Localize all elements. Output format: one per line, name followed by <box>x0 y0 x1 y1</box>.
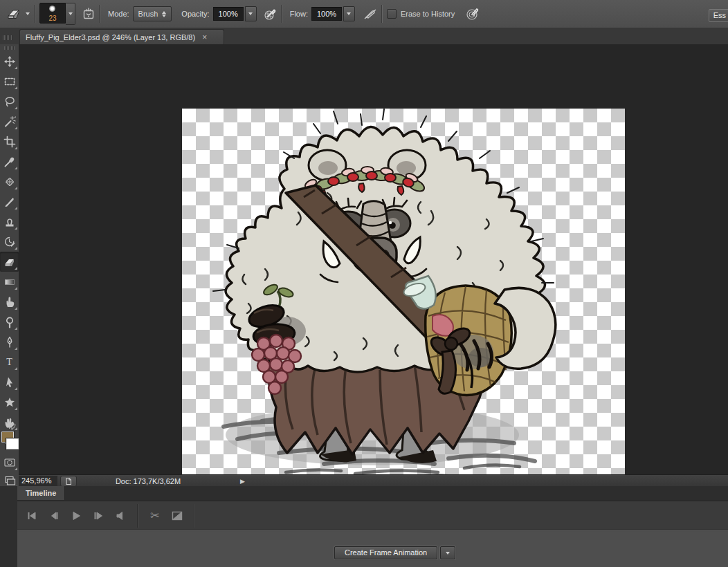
tool-type[interactable]: T <box>0 352 19 372</box>
background-color-swatch[interactable] <box>6 438 19 449</box>
timeline-tab-row: Timeline <box>17 486 728 501</box>
transition-button[interactable] <box>168 508 186 523</box>
tool-rectangular-marquee[interactable] <box>0 71 19 91</box>
mode-value: Brush <box>138 10 158 18</box>
panel-grip <box>3 35 12 40</box>
tool-magic-wand[interactable] <box>0 111 19 131</box>
document-status-icon <box>64 477 73 485</box>
timeline-controls: ✂ <box>17 501 728 530</box>
separator <box>381 5 383 23</box>
tool-preset-caret[interactable] <box>26 12 30 15</box>
flow-label: Flow: <box>290 10 308 18</box>
tool-healing-brush[interactable] <box>0 171 19 192</box>
tool-history-brush[interactable] <box>0 232 19 252</box>
eraser-tool-icon[interactable] <box>6 7 22 21</box>
toggle-brush-panel-icon[interactable] <box>82 8 95 20</box>
separator <box>281 5 282 23</box>
opacity-value-field[interactable]: 100% <box>213 7 244 21</box>
separator <box>99 5 100 23</box>
separator <box>34 5 35 23</box>
tool-custom-shape[interactable] <box>0 392 19 412</box>
document-canvas[interactable] <box>182 109 625 498</box>
zoom-level-field[interactable]: 245,96% <box>19 476 57 486</box>
tool-move[interactable] <box>0 51 19 71</box>
erase-to-history-label: Erase to History <box>401 10 455 18</box>
timeline-panel: Timeline ✂ Create Frame Animation <box>17 486 728 567</box>
tool-brush[interactable] <box>0 192 19 212</box>
opacity-dropdown[interactable] <box>245 6 257 21</box>
tool-eyedropper[interactable] <box>0 151 19 171</box>
separator <box>194 504 195 528</box>
first-frame-button[interactable] <box>23 508 41 523</box>
pig-elder-artwork <box>182 109 625 498</box>
brush-preset-thumbnail[interactable]: 23 <box>39 3 66 24</box>
play-button[interactable] <box>67 508 85 523</box>
scissors-icon: ✂ <box>150 509 159 522</box>
status-menu-arrow[interactable]: ▶ <box>240 478 245 485</box>
create-frame-animation-dropdown[interactable] <box>440 546 455 559</box>
photoshop-window: 23 Mode: Brush Opacity: 100% <box>0 0 728 567</box>
brush-preset-dropdown[interactable] <box>66 3 75 25</box>
workspace-switcher-button[interactable]: Ess <box>709 9 728 22</box>
create-frame-animation-button[interactable]: Create Frame Animation <box>334 546 437 559</box>
document-size-info: Doc: 173,7K/3,62M <box>96 477 200 485</box>
type-tool-glyph: T <box>6 357 12 368</box>
tablet-pressure-opacity-icon[interactable] <box>264 8 277 21</box>
next-frame-button[interactable] <box>89 508 107 523</box>
tool-dodge[interactable] <box>0 312 19 332</box>
updown-arrows-icon <box>162 11 166 17</box>
timeline-tab[interactable]: Timeline <box>17 486 65 500</box>
tool-gradient[interactable] <box>0 272 19 292</box>
document-tab-bar: Fluffy_Pig_Elder3.psd @ 246% (Layer 13, … <box>0 28 728 45</box>
create-animation-group: Create Frame Animation <box>334 546 455 559</box>
brush-preset-picker[interactable]: 23 <box>39 3 75 25</box>
canvas-background <box>19 44 728 474</box>
tool-crop[interactable] <box>0 131 19 151</box>
tool-eraser[interactable] <box>0 252 19 272</box>
status-options-button[interactable] <box>60 476 77 487</box>
tools-panel: T <box>0 44 19 486</box>
color-swatches <box>0 423 19 455</box>
close-tab-icon[interactable]: × <box>202 34 207 41</box>
opacity-label: Opacity: <box>181 10 209 18</box>
split-clip-button[interactable]: ✂ <box>146 508 164 523</box>
tablet-pressure-size-icon[interactable] <box>466 7 480 21</box>
quick-mask-toggle[interactable] <box>0 452 19 472</box>
mode-dropdown[interactable]: Brush <box>133 6 172 21</box>
document-tab[interactable]: Fluffy_Pig_Elder3.psd @ 246% (Layer 13, … <box>19 29 224 45</box>
document-tab-title: Fluffy_Pig_Elder3.psd @ 246% (Layer 13, … <box>26 33 195 41</box>
flow-value-field[interactable]: 100% <box>311 7 342 21</box>
brush-tip-dot <box>49 6 55 12</box>
tool-lasso[interactable] <box>0 91 19 111</box>
tool-clone-stamp[interactable] <box>0 212 19 232</box>
swap-colors-icon[interactable] <box>8 422 17 430</box>
mute-audio-button[interactable] <box>111 508 129 523</box>
separator <box>137 504 138 528</box>
panel-grip <box>4 46 15 50</box>
tool-smudge[interactable] <box>0 292 19 312</box>
erase-to-history-checkbox[interactable] <box>387 9 397 19</box>
brush-size-value: 23 <box>40 15 65 22</box>
options-bar: 23 Mode: Brush Opacity: 100% <box>0 0 728 28</box>
flow-dropdown[interactable] <box>343 6 355 21</box>
timeline-content: Create Frame Animation <box>17 530 728 567</box>
tool-path-selection[interactable] <box>0 372 19 392</box>
previous-frame-button[interactable] <box>45 508 63 523</box>
airbrush-toggle-icon[interactable] <box>363 8 377 21</box>
tool-pen[interactable] <box>0 332 19 352</box>
panel-gutter <box>0 486 17 567</box>
mode-label: Mode: <box>108 10 129 18</box>
status-bar: 245,96% Doc: 173,7K/3,62M ▶ <box>19 474 728 487</box>
